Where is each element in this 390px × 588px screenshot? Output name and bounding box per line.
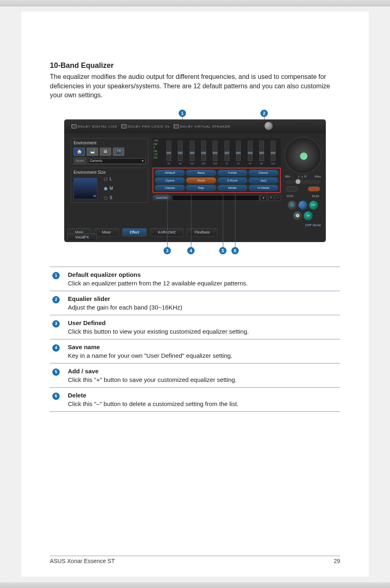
eq-db-labels: +20 DB 0 DB -20 DB xyxy=(153,139,158,159)
callout-description-table: 1 Default equalizer options Click an equ… xyxy=(50,267,340,412)
userdef-add-button[interactable]: + xyxy=(268,195,274,201)
eq-band-500[interactable]: 500 xyxy=(210,140,220,165)
table-row: 2 Equalier slider Adjust the gain for ea… xyxy=(50,291,340,315)
tab-flexbass[interactable]: FlexBass xyxy=(187,228,217,237)
eq-band-120[interactable]: 120 xyxy=(187,140,197,165)
preset-metal[interactable]: Metal xyxy=(217,185,247,191)
environment-icons: 🏠 🛁 🏛 🌃 xyxy=(74,148,146,156)
svn-mute-row xyxy=(286,186,320,191)
row-badge-4: 4 xyxy=(52,344,60,352)
screenshot-figure: 1 2 ▯▯DOLBY DIGITAL LIVE ▯▯DOLBY PRO LOG… xyxy=(64,110,326,254)
userdef-button[interactable]: UserDef xyxy=(152,195,171,201)
preset-rock[interactable]: Rock xyxy=(186,177,216,184)
preset-hmetal[interactable]: H-Metal xyxy=(249,185,278,191)
size-radio-L[interactable]: L xyxy=(104,176,113,182)
table-row: 6 Delete Click this "–" button to delete… xyxy=(50,388,340,412)
eq-band-60[interactable]: 60 xyxy=(175,140,185,165)
balance-slider[interactable] xyxy=(286,180,320,184)
section-title: 10-Band Equalizer xyxy=(50,61,340,71)
table-row: 4 Save name Key in a name for your own "… xyxy=(50,339,340,364)
preset-dance[interactable]: Dance xyxy=(249,170,278,176)
radio-dot-icon xyxy=(104,187,108,191)
preset-srock[interactable]: S-Rock xyxy=(217,177,247,184)
env-preset-icon-2[interactable]: 🛁 xyxy=(87,148,98,156)
mode-icons: 🌐 🎧 HF 💿 ⇄ xyxy=(285,201,321,220)
env-preset-icon-3[interactable]: 🏛 xyxy=(100,148,111,156)
volume-knob[interactable] xyxy=(284,137,322,174)
tab-effect[interactable]: Effect xyxy=(122,228,147,237)
preset-default[interactable]: Default xyxy=(155,170,185,176)
room-3d-graphic xyxy=(74,178,97,199)
callout-line xyxy=(235,194,235,247)
environment-dropdown[interactable]: Generic xyxy=(88,158,146,164)
eq-band-1k[interactable]: 1K xyxy=(222,140,232,165)
row-badge-2: 2 xyxy=(52,296,60,303)
preset-bass[interactable]: Bass xyxy=(186,170,216,176)
radio-dot-icon xyxy=(104,177,108,181)
tab-vocalfx[interactable]: VocalFX xyxy=(67,233,97,242)
equalizer-presets: Default Bass Treble Dance Opera Rock S-R… xyxy=(152,168,281,193)
disc-icon[interactable]: 💿 xyxy=(293,211,302,220)
environment-more-button[interactable]: More xyxy=(74,157,86,164)
row-badge-1: 1 xyxy=(52,272,60,279)
callout-badge-5: 5 xyxy=(219,247,226,254)
exchange-icon[interactable]: ⇄ xyxy=(304,211,313,220)
eq-band-8k[interactable]: 8K xyxy=(256,140,267,165)
footer-page-number: 29 xyxy=(334,558,340,564)
eq-band-30[interactable]: 30 xyxy=(164,140,174,165)
row-body: Click this "+" button to save your custo… xyxy=(68,376,237,383)
headphone-icon[interactable]: 🎧 xyxy=(298,201,307,210)
environment-size-box: Environment Size L M S xyxy=(71,168,148,203)
brand-dolby-digital: ▯▯DOLBY DIGITAL LIVE xyxy=(72,124,117,129)
size-radio-M[interactable]: M xyxy=(104,186,113,191)
callout-line xyxy=(223,194,223,247)
document-page: 10-Band Equalizer The equalizer modifies… xyxy=(21,11,369,577)
callout-line xyxy=(191,194,191,247)
preset-rap[interactable]: Rap xyxy=(186,185,216,191)
callout-badge-1: 1 xyxy=(179,110,186,117)
hall-icon: 🏛 xyxy=(103,149,108,155)
house-icon: 🏠 xyxy=(77,149,82,155)
userdef-name-field[interactable] xyxy=(172,195,259,201)
environment-size-label: Environment Size xyxy=(74,170,146,175)
callout-badge-3: 3 xyxy=(164,247,171,254)
globe-small-icon[interactable]: 🌐 xyxy=(288,201,297,210)
userdef-row: UserDef ▾ + − xyxy=(152,195,281,201)
eq-band-4k[interactable]: 4K xyxy=(245,140,255,165)
row-body: Adjust the gain for each band (30~16KHz) xyxy=(68,304,182,311)
row-title: Equalier slider xyxy=(68,294,338,303)
env-preset-icon-4[interactable]: 🌃 xyxy=(113,148,124,156)
callouts-top: 1 2 xyxy=(64,110,326,119)
preset-classic[interactable]: Classic xyxy=(155,185,185,191)
table-row: 3 User Defined Click this button to view… xyxy=(50,315,340,339)
footer-left: ASUS Xonar Essence ST xyxy=(50,558,115,564)
row-title: Default equalizer options xyxy=(68,270,338,279)
preset-jazz[interactable]: Jazz xyxy=(249,177,278,184)
bath-icon: 🛁 xyxy=(90,149,95,155)
preset-treble[interactable]: Treble xyxy=(217,170,247,176)
hf-icon[interactable]: HF xyxy=(309,201,318,210)
eq-band-2k[interactable]: 2K xyxy=(233,140,243,165)
globe-icon[interactable] xyxy=(264,122,273,130)
userdef-dropdown[interactable]: ▾ xyxy=(260,195,267,201)
eq-band-16k[interactable]: 16K xyxy=(268,140,278,165)
svn-toggle[interactable] xyxy=(286,186,298,191)
tab-mixer[interactable]: Mixer xyxy=(94,228,119,237)
dsp-mode-label: DSP Mode xyxy=(282,223,323,227)
row-body: Click an equalizer pattern from the 12 a… xyxy=(68,280,248,287)
table-row: 1 Default equalizer options Click an equ… xyxy=(50,267,340,291)
env-preset-icon-1[interactable]: 🏠 xyxy=(74,148,85,156)
equalizer-sliders[interactable]: +20 DB 0 DB -20 DB 30 60 120 250 xyxy=(152,138,281,167)
eq-band-250[interactable]: 250 xyxy=(198,140,208,165)
table-row: 5 Add / save Click this "+" button to sa… xyxy=(50,364,340,388)
userdef-delete-button[interactable]: − xyxy=(275,195,281,201)
brand-bar: ▯▯DOLBY DIGITAL LIVE ▯▯DOLBY PRO LOGIC I… xyxy=(64,119,326,133)
equalizer-area: +20 DB 0 DB -20 DB 30 60 120 250 xyxy=(152,138,281,201)
size-radio-S[interactable]: S xyxy=(104,195,113,201)
row-badge-6: 6 xyxy=(52,393,60,400)
callout-badge-6: 6 xyxy=(231,247,239,254)
preset-opera[interactable]: Opera xyxy=(155,177,185,184)
brand-dolby-prologic: ▯▯DOLBY PRO LOGIC IIx xyxy=(121,124,170,129)
window-top-bar xyxy=(0,0,390,7)
mute-toggle[interactable] xyxy=(308,186,320,191)
